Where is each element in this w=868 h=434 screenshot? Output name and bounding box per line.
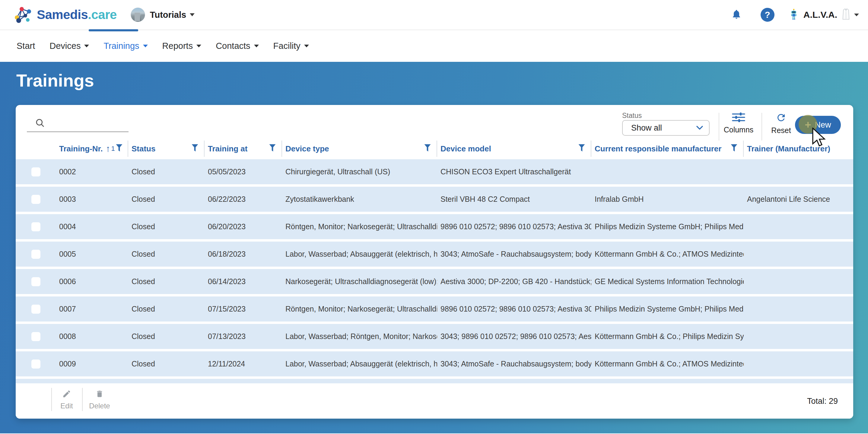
table-header: Training-Nr. ↑ 1 Status Training at Devi… (16, 138, 853, 159)
brand-name-primary: Samedis (37, 7, 88, 22)
page-title: Trainings (16, 70, 94, 91)
cell-training-nr: 0007 (56, 305, 128, 313)
filter-funnel-icon[interactable] (115, 143, 123, 155)
nav-item-label: Devices (50, 41, 81, 51)
row-checkbox[interactable] (31, 305, 40, 314)
row-checkbox[interactable] (31, 360, 40, 369)
brand-name-suffix: .care (88, 7, 117, 22)
column-label: Training at (208, 144, 247, 154)
table-row[interactable]: 0009 Closed 12/11/2024 Labor, Wasserbad;… (16, 351, 853, 376)
filter-funnel-icon[interactable] (578, 143, 586, 155)
workspace-selector[interactable]: Tutorials (131, 7, 195, 22)
network-graph-icon (14, 5, 33, 24)
sort-arrow-up-icon[interactable]: ↑ (105, 144, 110, 154)
chevron-down-icon (854, 13, 859, 16)
row-checkbox[interactable] (31, 222, 40, 231)
table-row[interactable]: 0003 Closed 06/22/2023 Zytostatikawerkba… (16, 187, 853, 212)
trainings-table-card: Status Show all C (16, 105, 853, 418)
cell-training-at: 07/13/2023 (205, 332, 282, 341)
nav-item-start[interactable]: Start (17, 41, 35, 51)
search-icon (27, 118, 45, 129)
column-header-device-model[interactable]: Device model (437, 141, 591, 157)
table-row[interactable]: 0006 Closed 06/14/2023 Narkosegerät; Ult… (16, 269, 853, 294)
table-row[interactable]: 0005 Closed 06/18/2023 Labor, Wasserbad;… (16, 242, 853, 267)
bell-icon (731, 9, 742, 21)
cell-trainer-manufacturer: Angelantoni Life Science (744, 195, 853, 204)
cell-training-nr: 0004 (56, 222, 128, 231)
filter-funnel-icon[interactable] (191, 143, 199, 155)
cell-status: Closed (128, 195, 205, 204)
filter-funnel-icon[interactable] (730, 143, 738, 155)
account-menu[interactable] (841, 8, 859, 21)
brand-name: Samedis.care (37, 7, 117, 22)
table-row-partial (16, 379, 853, 383)
nav-item-facility[interactable]: Facility (273, 41, 309, 51)
nav-item-label: Start (17, 41, 35, 51)
delete-button[interactable]: Delete (85, 390, 115, 410)
column-header-device-type[interactable]: Device type (282, 141, 437, 157)
question-mark-icon: ? (761, 8, 774, 22)
columns-button[interactable]: Columns (722, 112, 755, 134)
header-checkbox-column (16, 141, 56, 157)
row-checkbox[interactable] (31, 277, 40, 286)
robot-icon (790, 9, 797, 21)
cell-current-responsible-manufacturer: Köttermann GmbH & Co.; Philips Medizin S… (591, 332, 744, 341)
edit-button[interactable]: Edit (53, 390, 80, 410)
brand-logo[interactable]: Samedis.care (14, 5, 117, 24)
divider (51, 388, 52, 411)
column-header-trainer-manufacturer[interactable]: Trainer (Manufacturer) (744, 141, 853, 157)
cell-status: Closed (128, 277, 205, 286)
workspace-tab-indicator (89, 29, 138, 31)
cell-device-model: Steril VBH 48 C2 Compact (437, 195, 591, 204)
nav-item-label: Trainings (103, 41, 139, 51)
reset-button[interactable]: Reset (766, 112, 796, 135)
reset-button-label: Reset (771, 126, 791, 135)
notifications-button[interactable] (731, 9, 742, 21)
nav-item-reports[interactable]: Reports (162, 41, 202, 51)
table-row[interactable]: 0002 Closed 05/05/2023 Chirurgiegerät, U… (16, 159, 853, 184)
chevron-down-icon (196, 44, 201, 48)
nav-item-label: Contacts (216, 41, 250, 51)
table-row[interactable]: 0004 Closed 06/20/2023 Röntgen, Monitor;… (16, 214, 853, 239)
cell-device-type: Röntgen, Monitor; Narkosegerät; Ultrasch… (282, 305, 437, 313)
cell-training-nr: 0008 (56, 332, 128, 341)
nav-item-trainings[interactable]: Trainings (103, 41, 148, 51)
row-checkbox[interactable] (31, 332, 40, 341)
cell-training-nr: 0003 (56, 195, 128, 204)
cell-current-responsible-manufacturer: GE Medical Systems Information Technolog… (591, 277, 744, 286)
cell-device-model: 9896 010 02572; 9896 010 02573; Aestiva … (437, 222, 591, 231)
table-footer: Edit Delete Total: 29 (16, 383, 853, 418)
cell-status: Closed (128, 305, 205, 313)
cell-device-type: Zytostatikawerkbank (282, 195, 437, 204)
column-header-training-at[interactable]: Training at (205, 141, 282, 157)
status-filter-select[interactable]: Show all (622, 120, 710, 136)
column-header-current-responsible-manufacturer[interactable]: Current responsible manufacturer (591, 141, 744, 157)
help-button[interactable]: ? (761, 8, 774, 22)
assistant-button[interactable] (790, 9, 797, 21)
column-label: Trainer (Manufacturer) (747, 144, 830, 154)
cell-device-model: Aestiva 3000; DP-2200; GB 420 - Handstüc… (437, 277, 591, 286)
row-checkbox[interactable] (31, 195, 40, 204)
column-header-training-nr[interactable]: Training-Nr. ↑ 1 (56, 141, 128, 157)
row-checkbox[interactable] (31, 250, 40, 259)
cell-training-nr: 0005 (56, 250, 128, 258)
search-input[interactable] (45, 118, 146, 130)
table-row[interactable]: 0008 Closed 07/13/2023 Labor, Wasserbad;… (16, 324, 853, 349)
chevron-down-icon (190, 13, 195, 16)
column-label: Device type (285, 144, 329, 154)
nav-item-devices[interactable]: Devices (50, 41, 89, 51)
new-button[interactable]: + New (795, 116, 841, 134)
nav-item-label: Reports (162, 41, 193, 51)
refresh-icon (776, 112, 786, 124)
table-row[interactable]: 0007 Closed 07/15/2023 Röntgen, Monitor;… (16, 297, 853, 321)
row-checkbox[interactable] (31, 167, 40, 177)
chevron-down-icon (696, 126, 703, 130)
column-header-status[interactable]: Status (128, 141, 205, 157)
nav-item-contacts[interactable]: Contacts (216, 41, 258, 51)
table-body: 0002 Closed 05/05/2023 Chirurgiegerät, U… (16, 159, 853, 383)
filter-funnel-icon[interactable] (268, 143, 277, 155)
filter-funnel-icon[interactable] (423, 143, 432, 155)
row-checkbox-cell (16, 305, 56, 314)
topbar-actions: ? A.L.V.A. (731, 8, 859, 22)
cell-current-responsible-manufacturer: Philips Medizin Systeme GmbH; Philips Me… (591, 305, 744, 313)
